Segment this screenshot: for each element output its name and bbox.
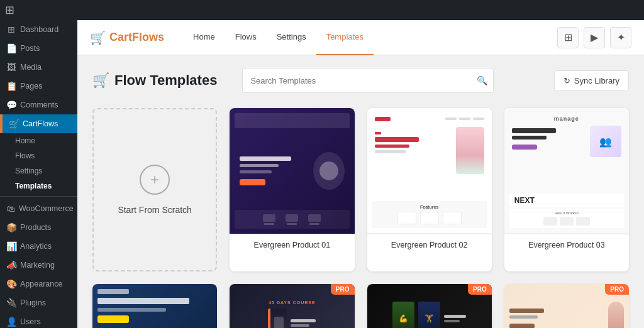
sidebar-item-posts[interactable]: 📄 Posts — [0, 39, 77, 58]
products-icon: 📦 — [6, 222, 16, 232]
sidebar-item-cartflows[interactable]: 🛒 CartFlows — [0, 114, 77, 133]
cartflows-icon: 🛒 — [9, 119, 19, 129]
template-grid: + Start From Scratch — [92, 108, 629, 271]
main-content: 🛒 CartFlows Home Flows Settings Template… — [77, 0, 644, 328]
template-label-eg3: Evergreen Product 03 — [504, 234, 629, 256]
sync-library-button[interactable]: ↻ Sync Library — [554, 70, 629, 91]
nav-icon-video[interactable]: ▶ — [584, 27, 605, 48]
marketing-icon: 📣 — [6, 260, 16, 270]
template-card-eg1[interactable]: Evergreen Product 01 — [230, 108, 354, 271]
template-card-b3[interactable]: PRO 💪 🏋 — [367, 284, 492, 328]
woocommerce-icon: 🛍 — [6, 204, 15, 214]
sidebar-sub-settings[interactable]: Settings — [0, 163, 77, 178]
cartflows-brand-icon: 🛒 — [90, 30, 106, 45]
template-thumb-eg2: Features — [367, 108, 492, 234]
page-title-wrap: 🛒 Flow Templates — [92, 72, 217, 89]
tab-settings[interactable]: Settings — [267, 20, 316, 55]
template-card-eg2[interactable]: Features Evergreen Product 02 — [367, 108, 492, 271]
tab-flows[interactable]: Flows — [225, 20, 267, 55]
tab-home[interactable]: Home — [183, 20, 225, 55]
posts-icon: 📄 — [6, 43, 16, 53]
scratch-card[interactable]: + Start From Scratch — [92, 108, 217, 271]
nav-icons: ⊞ ▶ ✦ — [557, 27, 631, 48]
page-title: Flow Templates — [114, 72, 217, 89]
scratch-plus-icon: + — [140, 165, 170, 195]
sidebar-item-media[interactable]: 🖼 Media — [0, 58, 77, 77]
sidebar-sub-templates[interactable]: Templates — [0, 178, 77, 194]
search-bar: 🔍 — [242, 68, 494, 93]
sidebar-item-woocommerce[interactable]: 🛍 WooCommerce — [0, 199, 77, 218]
sidebar-item-plugins[interactable]: 🔌 Plugins — [0, 293, 77, 312]
sidebar-item-products[interactable]: 📦 Products — [0, 218, 77, 237]
dashboard-icon: ⊞ — [6, 25, 16, 35]
template-label-eg2: Evergreen Product 02 — [367, 234, 492, 256]
search-input[interactable] — [242, 68, 494, 93]
template-thumb-eg3: manage 👥 — [504, 108, 629, 234]
users-icon: 👤 — [6, 317, 16, 327]
pro-badge-b2: PRO — [331, 284, 355, 295]
comments-icon: 💬 — [6, 100, 16, 110]
search-icon: 🔍 — [477, 75, 487, 85]
media-icon: 🖼 — [6, 62, 16, 72]
template-thumb-eg1 — [230, 108, 354, 234]
template-label-eg1: Evergreen Product 01 — [230, 234, 354, 256]
sidebar: ⊞ Dashboard 📄 Posts 🖼 Media 📋 Pages 💬 Co… — [0, 0, 77, 328]
page-title-icon: 🛒 — [92, 72, 109, 89]
template-grid-row2: PRO 45 DAYS COURSE PRO 💪 — [92, 284, 629, 328]
sidebar-item-comments[interactable]: 💬 Comments — [0, 96, 77, 114]
sidebar-sub-flows[interactable]: Flows — [0, 148, 77, 163]
template-card-b4[interactable]: PRO — [504, 284, 629, 328]
sidebar-item-appearance[interactable]: 🎨 Appearance — [0, 275, 77, 293]
scratch-label: Start From Scratch — [118, 205, 191, 215]
nav-tabs: Home Flows Settings Templates — [183, 20, 557, 55]
page-content: 🛒 Flow Templates 🔍 ↻ Sync Library + Star… — [77, 55, 644, 328]
page-header: 🛒 Flow Templates 🔍 ↻ Sync Library — [92, 68, 629, 93]
top-nav: 🛒 CartFlows Home Flows Settings Template… — [77, 20, 644, 55]
template-card-b2[interactable]: PRO 45 DAYS COURSE — [230, 284, 354, 328]
analytics-icon: 📊 — [6, 241, 16, 251]
template-card-b1[interactable] — [92, 284, 217, 328]
sidebar-sub-home[interactable]: Home — [0, 133, 77, 148]
tab-templates[interactable]: Templates — [316, 20, 374, 55]
pro-badge-b3: PRO — [468, 284, 492, 295]
sidebar-item-users[interactable]: 👤 Users — [0, 312, 77, 328]
wp-logo-icon: ⊞ — [5, 3, 14, 17]
sidebar-item-marketing[interactable]: 📣 Marketing — [0, 256, 77, 275]
sidebar-item-pages[interactable]: 📋 Pages — [0, 77, 77, 96]
sync-icon: ↻ — [564, 76, 570, 85]
brand: 🛒 CartFlows — [90, 30, 164, 45]
nav-icon-star[interactable]: ✦ — [610, 27, 631, 48]
pro-badge-b4: PRO — [605, 284, 629, 295]
brand-name: CartFlows — [109, 31, 164, 44]
template-thumb-b1 — [92, 284, 217, 328]
sidebar-item-dashboard[interactable]: ⊞ Dashboard — [0, 20, 77, 39]
sidebar-item-analytics[interactable]: 📊 Analytics — [0, 237, 77, 256]
nav-icon-grid[interactable]: ⊞ — [557, 27, 579, 48]
pages-icon: 📋 — [6, 81, 16, 91]
plugins-icon: 🔌 — [6, 298, 16, 308]
template-card-eg3[interactable]: manage 👥 — [504, 108, 629, 271]
appearance-icon: 🎨 — [6, 279, 16, 289]
